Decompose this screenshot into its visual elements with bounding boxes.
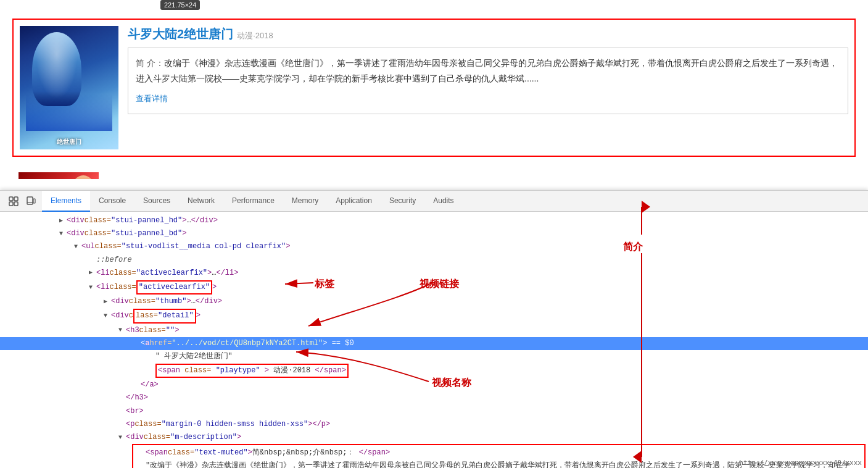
tab-application[interactable]: Application — [327, 191, 381, 212]
dom-line-4[interactable]: ::before — [0, 254, 868, 267]
dom-line-15[interactable]: <br> — [0, 405, 868, 418]
dom-line-10[interactable]: < a href= "../../vod/ct/QU8nbp7kNYa2CT.h… — [0, 337, 868, 350]
triangle-icon: ▶ — [104, 297, 111, 307]
device-icon — [26, 196, 36, 206]
dom-line-14[interactable]: </h3> — [0, 391, 868, 404]
detail-link[interactable]: 查看详情 — [136, 91, 840, 106]
triangle-icon: ▼ — [59, 229, 67, 239]
bottom-url: http://xxxxxxxxxxxxxxx:40/xxxx — [739, 459, 862, 467]
anime-thumbnail-label: 绝世唐门 — [20, 138, 118, 146]
devtools-tabs: Elements Console Sources Network Perform… — [42, 191, 463, 212]
dom-line-13[interactable]: </a> — [0, 378, 868, 391]
dom-line-12[interactable]: <span class= "playtype" > 动漫·2018 </span… — [0, 363, 868, 378]
dom-line-6[interactable]: ▼ <li class= "activeclearfix" > — [0, 280, 868, 295]
triangle-icon: ▼ — [74, 242, 81, 252]
anime-card-1: 绝世唐门 斗罗大陆2绝世唐门动漫·2018 简 介：改编于《神漫》杂志连载漫画《… — [12, 19, 856, 157]
triangle-icon: ▼ — [118, 325, 126, 335]
devtools-dom-content: ▶ <div class= "stui-pannel_hd" > … </div… — [0, 212, 868, 468]
tab-elements[interactable]: Elements — [42, 191, 90, 212]
tab-security[interactable]: Security — [381, 191, 424, 212]
anime-thumbnail-2 — [19, 172, 99, 179]
svg-rect-0 — [9, 197, 13, 201]
page-content: 221.75×24 绝世唐门 斗罗大陆2绝世唐门动漫·2018 简 介：改编于《… — [0, 0, 868, 179]
anime-title-1: 斗罗大陆2绝世唐门动漫·2018 — [128, 26, 848, 43]
dom-line-9[interactable]: ▼ <h3 class= "" > — [0, 324, 868, 337]
red-box-playtype: <span class= "playtype" > 动漫·2018 </span… — [155, 364, 349, 378]
inspector-icon-btn[interactable] — [5, 193, 22, 210]
triangle-icon: ▶ — [59, 216, 67, 226]
anime-desc-box: 简 介：改编于《神漫》杂志连载漫画《绝世唐门》，第一季讲述了霍雨浩幼年因母亲被自… — [128, 48, 848, 114]
red-box-activeclearfix: "activeclearfix" — [136, 280, 212, 295]
dom-line-3[interactable]: ▼ <ul class= "stui-vodlist__media col-pd… — [0, 240, 868, 253]
dom-tree: ▶ <div class= "stui-pannel_hd" > … </div… — [0, 212, 868, 468]
tab-network[interactable]: Network — [179, 191, 223, 212]
svg-rect-5 — [33, 199, 35, 203]
red-box-detail: lass="detail" — [133, 309, 196, 323]
dom-line-7[interactable]: ▶ <div class= "thumb" > … </div> — [0, 295, 868, 308]
tab-memory[interactable]: Memory — [283, 191, 327, 212]
tab-performance[interactable]: Performance — [223, 191, 283, 212]
coord-badge: 221.75×24 — [160, 0, 200, 10]
dom-line-16[interactable]: <p class= "margin-0 hidden-smss hidden-x… — [0, 418, 868, 431]
tab-console[interactable]: Console — [90, 191, 134, 212]
svg-rect-4 — [27, 197, 33, 204]
dom-line-18[interactable]: <span class= "text-muted" > 简&nbsp;&nbsp… — [136, 446, 862, 459]
triangle-icon: ▼ — [89, 283, 96, 293]
anime-thumbnail-1: 绝世唐门 — [20, 26, 118, 149]
dom-line-2[interactable]: ▼ <div class= "stui-pannel_bd" > — [0, 227, 868, 240]
device-icon-btn[interactable] — [22, 193, 39, 210]
svg-rect-2 — [14, 197, 18, 201]
dom-line-11[interactable]: " 斗罗大陆2绝世唐门" — [0, 350, 868, 363]
devtools-toolbar: Elements Console Sources Network Perform… — [0, 191, 868, 212]
anime-info-1: 斗罗大陆2绝世唐门动漫·2018 简 介：改编于《神漫》杂志连载漫画《绝世唐门》… — [128, 26, 848, 149]
dom-line-5[interactable]: ▶ <li class= "activeclearfix" > … </li> — [0, 267, 868, 280]
desc-label: 简 介：改编于《神漫》杂志连载漫画《绝世唐门》，第一季讲述了霍雨浩幼年因母亲被自… — [136, 56, 840, 86]
dom-line-8[interactable]: ▼ <div c lass="detail" > — [0, 308, 868, 324]
dom-line-17[interactable]: ▼ <div class= "m-description" > — [0, 431, 868, 444]
triangle-icon: ▼ — [118, 433, 126, 443]
anime-card-2: 斗罗大陆2 绝世唐门 荣耀篇 动态漫画动漫·2018 — [12, 166, 856, 179]
tab-sources[interactable]: Sources — [134, 191, 179, 212]
triangle-icon: ▼ — [104, 311, 111, 321]
dom-line-1[interactable]: ▶ <div class= "stui-pannel_hd" > … </div… — [0, 214, 868, 227]
svg-rect-3 — [14, 202, 18, 206]
devtools-panel: Elements Console Sources Network Perform… — [0, 190, 868, 468]
triangle-icon: ▶ — [89, 268, 96, 278]
tab-audits[interactable]: Audits — [424, 191, 462, 212]
svg-rect-1 — [9, 202, 13, 206]
inspector-icon — [9, 196, 19, 206]
